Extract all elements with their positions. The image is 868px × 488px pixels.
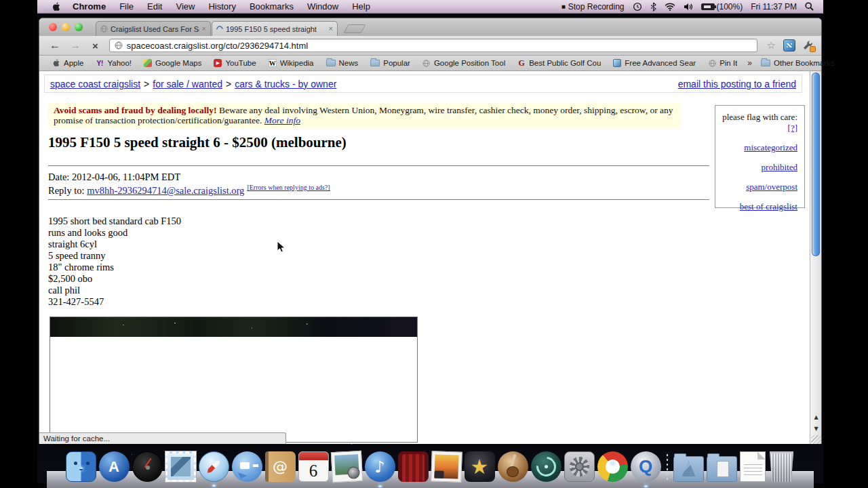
bookmarks-overflow-chevron[interactable]: » (743, 58, 756, 68)
bookmark-wikipedia[interactable]: W Wikipedia (262, 59, 320, 67)
yahoo-icon: Y! (96, 59, 104, 67)
body-line: runs and looks good (48, 227, 181, 239)
other-bookmarks-button[interactable]: Other Bookmarks (760, 59, 835, 67)
flag-header: please flag with care: (722, 112, 797, 122)
dock-finder-icon[interactable] (66, 451, 96, 482)
dock-garageband-icon[interactable] (498, 451, 528, 482)
dock-chrome-icon[interactable] (597, 451, 628, 482)
dock-ical-icon[interactable]: 6 (298, 451, 329, 482)
tab-close-icon[interactable]: × (329, 25, 333, 33)
breadcrumb-forsale-link[interactable]: for sale / wanted (153, 79, 222, 89)
dock-iphoto-icon[interactable] (330, 451, 362, 483)
dock-address-book-icon[interactable]: @ (265, 451, 296, 482)
dock-time-machine-icon[interactable] (531, 451, 561, 482)
wrench-menu-button[interactable] (802, 40, 813, 51)
dock-mail-icon[interactable] (165, 451, 196, 482)
menu-clock[interactable]: Fri 11:37 PM (751, 2, 797, 12)
menu-item-chrome[interactable]: Chrome (73, 1, 113, 12)
new-tab-button[interactable] (344, 24, 366, 33)
menu-item-bookmarks[interactable]: Bookmarks (243, 1, 300, 12)
scrollbar[interactable]: ▲ ▼ (810, 71, 821, 444)
body-line: 5 speed tranny (48, 250, 181, 262)
email-posting-link[interactable]: email this posting to a friend (678, 79, 796, 89)
site-globe-icon (115, 41, 123, 49)
dock-applications-folder-icon[interactable] (673, 456, 704, 482)
dock-safari-icon[interactable] (199, 451, 229, 482)
menu-item-history[interactable]: History (201, 1, 242, 12)
bookmark-google-maps[interactable]: Google Maps (138, 59, 208, 67)
bluetooth-icon[interactable] (650, 2, 656, 12)
globe-favicon (100, 25, 108, 33)
dock-system-preferences-icon[interactable] (564, 451, 595, 482)
dock-icons: A @ 6 ♪ ★ Q (66, 451, 795, 482)
tab-f150-posting[interactable]: 1995 F150 5 speed straight × (212, 21, 338, 36)
posting-title: 1995 F150 5 speed straight 6 - $2500 (me… (48, 134, 347, 151)
bookmark-apple[interactable]: Apple (46, 59, 90, 67)
dock-textedit-icon[interactable] (740, 451, 766, 482)
back-button[interactable]: ← (45, 40, 65, 51)
apple-menu-icon[interactable] (52, 2, 60, 12)
tab-close-icon[interactable]: × (202, 25, 206, 33)
bookmark-folder-news[interactable]: News (320, 59, 365, 67)
scrollbar-thumb[interactable] (812, 73, 820, 256)
bookmark-pin-it[interactable]: Pin It (702, 59, 743, 67)
volume-icon[interactable] (684, 3, 693, 11)
menu-item-file[interactable]: File (113, 1, 140, 12)
battery-indicator[interactable]: (100%) (701, 2, 743, 12)
bookmark-free-advanced-search[interactable]: Free Advanced Sear (607, 59, 702, 67)
reply-email-link[interactable]: mv8hh-2936294714@sale.craigslist.org (87, 185, 244, 196)
bookmark-yahoo[interactable]: Y! Yahoo! (90, 59, 138, 67)
address-bar[interactable]: spacecoast.craigslist.org/cto/2936294714… (109, 39, 757, 52)
menu-item-view[interactable]: View (169, 1, 201, 12)
bookmark-best-public-golf[interactable]: G Best Public Golf Cou (511, 59, 607, 67)
bookmark-star-icon[interactable]: ☆ (763, 39, 780, 52)
zoom-window-button[interactable] (75, 23, 83, 31)
reply-errors-link[interactable]: [Errors when replying to ads?] (247, 184, 330, 191)
flag-best-of-link[interactable]: best of craigslist (722, 201, 797, 212)
minimize-window-button[interactable] (62, 23, 70, 31)
dock-documents-folder-icon[interactable] (707, 456, 737, 482)
menu-item-edit[interactable]: Edit (140, 1, 169, 12)
flag-help-link[interactable]: [?] (788, 123, 797, 133)
stop-recording-button[interactable]: ■ Stop Recording (561, 2, 625, 12)
url-text[interactable]: spacecoast.craigslist.org/cto/2936294714… (127, 41, 308, 51)
flag-spam-link[interactable]: spam/overpost (722, 182, 797, 192)
bookmark-youtube[interactable]: ▶ YouTube (208, 59, 262, 67)
dock-dashboard-icon[interactable] (132, 451, 163, 482)
close-window-button[interactable] (49, 23, 57, 31)
dock-trash-icon[interactable] (768, 451, 795, 482)
flag-prohibited-link[interactable]: prohibited (722, 162, 797, 173)
advanced-search-icon (613, 59, 621, 67)
record-stop-icon: ■ (561, 3, 566, 10)
breadcrumb-category-link[interactable]: cars & trucks - by owner (235, 79, 336, 89)
scroll-up-button[interactable]: ▲ (810, 411, 821, 423)
dock-itunes-icon[interactable]: ♪ (365, 451, 395, 482)
globe-icon (708, 59, 716, 67)
other-bookmarks-group: » Other Bookmarks (743, 58, 840, 68)
flag-miscategorized-link[interactable]: miscategorized (722, 142, 797, 153)
scroll-down-button[interactable]: ▼ (810, 423, 821, 434)
dock-aperture-icon[interactable] (431, 451, 462, 483)
dock-imovie-icon[interactable]: ★ (465, 451, 495, 482)
menu-item-help[interactable]: Help (345, 1, 377, 12)
time-machine-menu-icon[interactable] (633, 2, 642, 12)
partially-loaded-image (50, 317, 417, 337)
spotlight-icon[interactable] (805, 2, 814, 11)
dock-app-store-icon[interactable]: A (99, 451, 130, 482)
bookmark-label: Best Public Golf Cou (529, 59, 601, 67)
forward-button[interactable]: → (65, 40, 85, 51)
dock-quicktime-icon[interactable]: Q (631, 451, 661, 482)
bookmark-google-position-tool[interactable]: Google Position Tool (416, 59, 511, 67)
tab-craigslist-used-cars[interactable]: Craigslist Used Cars For Sale × (96, 21, 211, 36)
seo-extension-icon[interactable] (783, 39, 795, 52)
bookmark-label: Yahoo! (107, 59, 132, 67)
dock-ichat-icon[interactable] (232, 451, 262, 482)
resize-grip[interactable] (811, 435, 821, 444)
bookmark-folder-popular[interactable]: Popular (364, 59, 416, 67)
stop-loading-button[interactable]: × (85, 41, 105, 51)
breadcrumb-home-link[interactable]: space coast craigslist (50, 79, 140, 89)
more-info-link[interactable]: More info (264, 115, 300, 125)
dock-photo-booth-icon[interactable] (398, 451, 429, 482)
menu-item-window[interactable]: Window (300, 1, 345, 12)
wifi-icon[interactable] (665, 3, 675, 11)
